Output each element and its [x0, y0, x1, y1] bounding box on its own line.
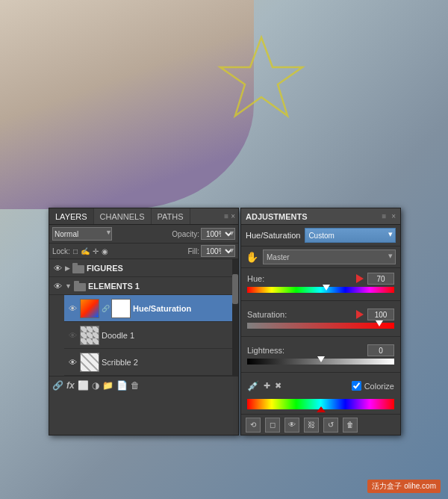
- adj-footer-btn-4[interactable]: ⛓: [304, 418, 319, 433]
- sat-label: Saturation:: [247, 310, 352, 319]
- mask-icon[interactable]: ⬜: [78, 380, 89, 391]
- channel-select[interactable]: Master: [263, 250, 396, 264]
- sat-value-input[interactable]: [367, 309, 394, 320]
- layer-link-icon[interactable]: 🔗: [102, 305, 109, 312]
- opacity-label: Opacity:: [172, 230, 199, 238]
- panels-container: LAYERS CHANNELS PATHS ≡ × Normal ▾ Opaci…: [49, 208, 401, 436]
- adj-footer-btn-1[interactable]: ⟲: [246, 418, 261, 433]
- layer-item-doodle[interactable]: 👁 Doodle 1: [64, 322, 238, 349]
- layers-footer: 🔗 fx ⬜ ◑ 📁 📄 🗑: [49, 376, 238, 394]
- layer-group-figures[interactable]: 👁 ▶ FIGURES: [49, 259, 238, 277]
- panel-tab-actions: ≡ ×: [224, 208, 238, 224]
- hue-slider-row: Hue:: [241, 268, 400, 297]
- light-label: Lightness:: [247, 346, 367, 355]
- eye-icon-scribble[interactable]: 👁: [67, 357, 78, 368]
- layers-scrollbar[interactable]: [232, 259, 238, 376]
- lock-transparent-icon[interactable]: □: [73, 247, 78, 255]
- layer-thumb-hue-sat: [80, 299, 99, 318]
- svg-rect-4: [74, 281, 79, 285]
- delete-layer-icon[interactable]: 🗑: [131, 380, 140, 391]
- adj-type-row: Hue/Saturation Custom: [241, 225, 400, 247]
- star-decoration: [217, 30, 306, 127]
- adj-footer-btn-2[interactable]: ◻: [265, 418, 280, 433]
- adj-panel-footer: ⟲ ◻ 👁 ⛓ ↺ 🗑: [241, 414, 400, 435]
- panel-collapse-button[interactable]: ≡: [224, 212, 228, 220]
- colorize-checkbox-group: Colorize: [352, 381, 394, 391]
- lock-label: Lock:: [52, 247, 70, 255]
- opacity-select[interactable]: 100%: [201, 228, 235, 240]
- bottom-watermark: 活力盒子 olihe.com: [367, 480, 441, 493]
- sat-arrow-icon: [356, 310, 364, 319]
- adjustment-icon[interactable]: ◑: [92, 380, 99, 391]
- eye-icon-doodle[interactable]: 👁: [67, 330, 78, 341]
- hue-slider-track[interactable]: [247, 287, 394, 293]
- expand-arrow-elements[interactable]: ▼: [65, 282, 72, 290]
- svg-marker-0: [220, 37, 302, 116]
- group-label-figures: FIGURES: [87, 264, 123, 273]
- channel-select-wrapper: Master: [263, 250, 396, 264]
- lock-all-icon[interactable]: ◉: [102, 247, 108, 255]
- light-slider-track[interactable]: [247, 359, 394, 365]
- color-bar-arrow[interactable]: [317, 406, 326, 412]
- adj-panel-title: ADJUSTMENTS: [246, 212, 308, 221]
- separator-3: [241, 372, 400, 373]
- sat-arrow: [352, 309, 367, 320]
- light-slider-thumb[interactable]: [317, 356, 325, 362]
- fill-label: Fill:: [187, 247, 199, 255]
- blend-mode-select[interactable]: Normal: [52, 227, 112, 241]
- new-layer-icon[interactable]: 📄: [116, 380, 128, 391]
- fx-icon[interactable]: fx: [66, 380, 75, 391]
- fill-select[interactable]: 100%: [201, 245, 235, 257]
- adj-type-label: Hue/Saturation: [246, 231, 300, 240]
- hue-arrow-icon: [356, 274, 364, 283]
- tab-paths[interactable]: PATHS: [152, 208, 190, 224]
- link-layers-icon[interactable]: 🔗: [52, 380, 63, 391]
- layer-name-hue-sat: Hue/Saturation: [133, 304, 235, 313]
- colorize-row: 💉 ✚ ✖ Colorize: [241, 376, 400, 396]
- hue-arrow: [352, 273, 367, 285]
- tab-layers[interactable]: LAYERS: [49, 208, 94, 224]
- hue-slider-thumb[interactable]: [323, 285, 330, 291]
- scroll-thumb[interactable]: [232, 274, 238, 304]
- blend-opacity-toolbar: Normal ▾ Opacity: 100% ▾: [49, 225, 238, 244]
- sat-slider-thumb[interactable]: [376, 320, 383, 326]
- layers-scroll-area: 👁 ▶ FIGURES 👁 ▼ ELEMENTS 1: [49, 259, 238, 376]
- eye-icon-hue[interactable]: 👁: [67, 303, 78, 314]
- color-bar-container: [241, 396, 400, 414]
- lock-image-icon[interactable]: ✍: [81, 247, 90, 255]
- group-icon[interactable]: 📁: [102, 380, 113, 391]
- eyedropper-subtract-icon[interactable]: ✖: [275, 381, 281, 391]
- eyedropper-add-icon[interactable]: ✚: [264, 381, 270, 391]
- eye-icon[interactable]: 👁: [52, 263, 63, 273]
- tab-channels[interactable]: CHANNELS: [94, 208, 152, 224]
- adj-footer-btn-6[interactable]: 🗑: [343, 418, 358, 433]
- eyedropper-icon[interactable]: 💉: [247, 380, 259, 391]
- layer-name-doodle: Doodle 1: [102, 331, 235, 340]
- layer-item-hue-saturation[interactable]: 👁 🔗 Hue/Saturation: [64, 295, 238, 322]
- adj-footer-btn-3[interactable]: 👁: [284, 418, 299, 433]
- panel-close-button[interactable]: ×: [231, 212, 235, 220]
- lock-position-icon[interactable]: ✛: [93, 247, 99, 255]
- layer-item-scribble[interactable]: 👁 Scribble 2: [64, 349, 238, 376]
- layer-thumb-scribble: [80, 353, 99, 372]
- adj-close-button[interactable]: ×: [391, 212, 396, 220]
- eye-icon-elements[interactable]: 👁: [52, 281, 63, 291]
- sat-slider-track[interactable]: [247, 323, 394, 329]
- colorize-checkbox[interactable]: [352, 381, 361, 391]
- adj-collapse-button[interactable]: ≡: [382, 212, 387, 220]
- expand-arrow[interactable]: ▶: [65, 264, 70, 272]
- adj-preset-wrapper: Custom: [305, 228, 396, 243]
- hue-value-input[interactable]: [367, 273, 394, 285]
- hand-tool-icon[interactable]: ✋: [246, 251, 258, 263]
- light-value-input[interactable]: [367, 344, 394, 356]
- fill-select-wrapper: 100% ▾: [201, 245, 235, 257]
- group-label-elements: ELEMENTS 1: [88, 282, 140, 291]
- layer-group-elements[interactable]: 👁 ▼ ELEMENTS 1: [49, 277, 238, 295]
- adj-footer-btn-5[interactable]: ↺: [323, 418, 338, 433]
- colorize-label: Colorize: [364, 382, 394, 391]
- channel-row: ✋ Master: [241, 247, 400, 268]
- separator-2: [241, 336, 400, 337]
- light-label-row: Lightness:: [247, 344, 394, 356]
- adj-preset-select[interactable]: Custom: [305, 228, 396, 243]
- blend-mode-wrapper: Normal ▾: [52, 227, 112, 241]
